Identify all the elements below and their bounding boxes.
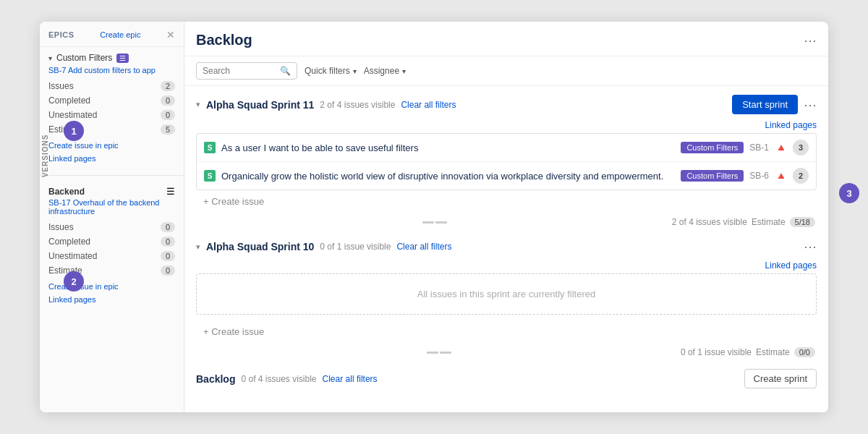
search-icon: 🔍 xyxy=(280,66,291,76)
story-points: 3 xyxy=(793,140,809,156)
unestimated-stat: Unestimated 0 xyxy=(48,108,175,122)
table-row[interactable]: S As a user I want to be able to save us… xyxy=(197,134,816,162)
sprint-10-create-issue[interactable]: + Create issue xyxy=(196,320,817,343)
backend-issues-badge: 0 xyxy=(161,222,175,232)
sprint-10-more-icon[interactable]: ⋯ xyxy=(804,239,817,255)
backend-estimate-badge: 0 xyxy=(161,265,175,276)
sprint-11-chevron[interactable]: ▾ xyxy=(196,100,200,109)
issue-id: SB-6 xyxy=(749,171,769,181)
completed-stat: Completed 0 xyxy=(48,93,175,108)
sprint-11-footer-collapse[interactable] xyxy=(422,221,447,224)
issues-label: Issues xyxy=(48,81,74,91)
backend-completed-badge: 0 xyxy=(161,237,175,247)
issue-type-icon: S xyxy=(204,170,216,182)
priority-icon: 🔺 xyxy=(775,142,787,153)
sprint-10-header-left: ▾ Alpha Squad Sprint 10 0 of 1 issue vis… xyxy=(196,241,451,252)
backend-linked-pages-link[interactable]: Linked pages xyxy=(48,295,175,304)
custom-filters-link[interactable]: SB-7 Add custom filters to app xyxy=(48,66,175,75)
sprint-11-visibility: 2 of 4 issues visible xyxy=(320,100,395,110)
search-box[interactable]: 🔍 xyxy=(196,62,297,80)
backend-stats: Issues 0 Completed 0 Unestimated 0 Estim… xyxy=(48,220,175,278)
sprint-11-title[interactable]: Alpha Squad Sprint 11 xyxy=(206,99,314,111)
custom-filters-epic: ▾ Custom Filters ☰ SB-7 Add custom filte… xyxy=(40,47,184,171)
sprint-10-clear-filters[interactable]: Clear all filters xyxy=(396,242,451,252)
assignee-chevron: ▾ xyxy=(402,67,406,75)
issues-stat: Issues 2 xyxy=(48,79,175,93)
quick-filters-button[interactable]: Quick filters ▾ xyxy=(305,66,357,76)
main-content: Backlog ⋯ 🔍 Quick filters ▾ Assignee ▾ xyxy=(184,22,828,412)
more-icon[interactable]: ⋯ xyxy=(804,33,817,48)
issue-tag[interactable]: Custom Filters xyxy=(681,170,744,182)
start-sprint-button[interactable]: Start sprint xyxy=(732,95,798,114)
page-title: Backlog xyxy=(196,32,252,48)
versions-label: VERSIONS xyxy=(41,135,49,178)
sprint-11-issues: S As a user I want to be able to save us… xyxy=(196,133,817,190)
backend-link[interactable]: SB-17 Overhaul of the backend infrastruc… xyxy=(48,198,175,216)
assignee-button[interactable]: Assignee ▾ xyxy=(364,66,406,76)
sprint-11-header-left: ▾ Alpha Squad Sprint 11 2 of 4 issues vi… xyxy=(196,99,456,111)
backend-completed-label: Completed xyxy=(48,237,90,247)
custom-filters-title: Custom Filters xyxy=(56,53,112,63)
top-bar: Backlog ⋯ xyxy=(184,22,828,56)
sprint-10-footer-estimate-label: Estimate xyxy=(756,347,790,357)
sprint-10-footer-visibility: 0 of 1 issue visible xyxy=(681,347,752,357)
issue-summary: As a user I want to be able to save usef… xyxy=(221,142,675,153)
annotation-2: 2 xyxy=(64,271,84,292)
backend-issues-stat: Issues 0 xyxy=(48,220,175,234)
create-sprint-button[interactable]: Create sprint xyxy=(744,369,817,388)
sprint-10-footer: 0 of 1 issue visible Estimate 0/0 xyxy=(196,347,817,357)
sprint-11-linked-pages[interactable]: Linked pages xyxy=(196,120,817,130)
sprint-10-estimate-badge: 0/0 xyxy=(794,347,815,357)
backend-epic: Backend ☰ SB-17 Overhaul of the backend … xyxy=(40,180,184,312)
sprint-10-header-right: ⋯ xyxy=(804,239,817,255)
filter-icon: ☰ xyxy=(116,54,129,63)
sprint-11-footer-visibility: 2 of 4 issues visible xyxy=(672,217,747,227)
completed-badge: 0 xyxy=(161,95,175,106)
linked-pages-link[interactable]: Linked pages xyxy=(48,154,175,163)
issues-badge: 2 xyxy=(161,81,175,91)
annotation-3: 3 xyxy=(839,183,859,203)
sprint-11-section: ▾ Alpha Squad Sprint 11 2 of 4 issues vi… xyxy=(196,95,817,227)
create-issue-in-epic-link[interactable]: Create issue in epic xyxy=(48,141,175,150)
sprint-11-more-icon[interactable]: ⋯ xyxy=(804,97,817,113)
create-epic-button[interactable]: Create epic xyxy=(100,30,140,39)
backend-title: Backend xyxy=(48,187,85,197)
backend-unestimated-stat: Unestimated 0 xyxy=(48,249,175,263)
annotation-1: 1 xyxy=(64,121,84,141)
quick-filters-label: Quick filters xyxy=(305,66,350,76)
sprint-11-header-right: Start sprint ⋯ xyxy=(732,95,817,114)
sprint-11-clear-filters[interactable]: Clear all filters xyxy=(401,100,456,110)
search-input[interactable] xyxy=(203,66,277,76)
sprint-10-title[interactable]: Alpha Squad Sprint 10 xyxy=(206,241,314,252)
backlog-header: Backlog 0 of 4 issues visible Clear all … xyxy=(196,369,817,388)
table-row[interactable]: S Organically grow the holistic world vi… xyxy=(197,162,816,190)
sprint-10-visibility: 0 of 1 issue visible xyxy=(320,242,391,252)
estimate-badge: 5 xyxy=(161,124,175,135)
toggle-icon[interactable]: ▾ xyxy=(48,54,52,62)
unestimated-badge: 0 xyxy=(161,110,175,120)
sprint-11-footer-estimate-label: Estimate xyxy=(752,217,786,227)
epic-links: Create issue in epic Linked pages xyxy=(48,141,175,163)
story-points: 2 xyxy=(793,168,809,184)
backlog-visibility: 0 of 4 issues visible xyxy=(241,374,316,384)
close-icon[interactable]: ✕ xyxy=(166,29,175,41)
backend-completed-stat: Completed 0 xyxy=(48,234,175,249)
completed-label: Completed xyxy=(48,95,90,106)
backlog-clear-filters[interactable]: Clear all filters xyxy=(323,374,378,384)
priority-icon: 🔺 xyxy=(775,170,787,182)
sidebar: VERSIONS EPICS Create epic ✕ ▾ Custom Fi… xyxy=(40,22,184,412)
create-issue-button[interactable]: + Create issue xyxy=(196,190,817,213)
sprint-10-linked-pages[interactable]: Linked pages xyxy=(196,260,817,271)
sprint-10-chevron[interactable]: ▾ xyxy=(196,242,200,252)
sprint-11-footer: 2 of 4 issues visible Estimate 5/18 xyxy=(196,217,817,227)
issue-type-icon: S xyxy=(204,142,216,153)
issue-tag[interactable]: Custom Filters xyxy=(681,142,744,153)
quick-filters-chevron: ▾ xyxy=(353,67,357,75)
epics-header: EPICS Create epic ✕ xyxy=(40,22,184,47)
filtered-sprint-body: All issues in this sprint are currently … xyxy=(196,273,817,315)
toolbar: 🔍 Quick filters ▾ Assignee ▾ xyxy=(184,56,828,86)
backend-filter-icon: ☰ xyxy=(166,186,175,197)
assignee-label: Assignee xyxy=(364,66,399,76)
sprint-11-header: ▾ Alpha Squad Sprint 11 2 of 4 issues vi… xyxy=(196,95,817,114)
sprint-10-footer-collapse[interactable] xyxy=(427,352,451,354)
